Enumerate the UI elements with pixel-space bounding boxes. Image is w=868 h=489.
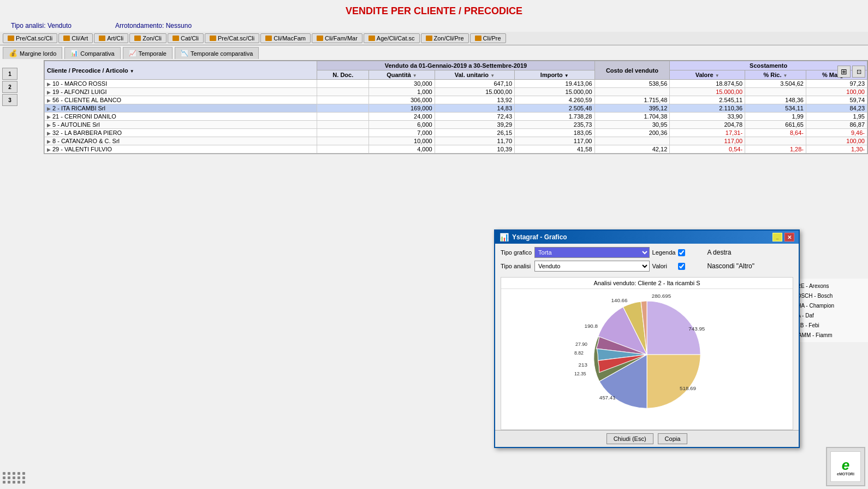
tab-temporale[interactable]: 📈 Temporale	[123, 47, 173, 59]
emotori-inner: e eMOTORI	[830, 451, 861, 482]
tipo-grafico-select[interactable]: Torta	[534, 247, 650, 258]
expand-icon[interactable]: ▶	[47, 139, 51, 144]
line2-icon: 📉	[181, 50, 188, 57]
table-cell: 647,10	[435, 80, 514, 88]
coin-icon: 💰	[9, 49, 17, 57]
left-toolbar: 1 2 3	[0, 66, 22, 154]
table-cell	[317, 145, 369, 154]
table-row[interactable]: ▶29 - VALENTI FULVIO4,00010,3941,5842,12…	[45, 145, 867, 154]
expand-icon[interactable]: ▶	[47, 106, 51, 111]
expand-icon[interactable]: ▶	[47, 147, 51, 152]
dot	[3, 481, 5, 484]
col-cliente-filter[interactable]: ▼	[130, 69, 134, 74]
quantita-sort-icon[interactable]: ▼	[413, 73, 417, 78]
dialog-minimize-button[interactable]: _	[772, 233, 782, 241]
table-cell-name: ▶2 - ITA RICAMBI Srl	[45, 104, 317, 113]
table-cell: 13,92	[435, 96, 514, 104]
table-cell: 33,90	[670, 113, 745, 121]
tipo-analisi-select[interactable]: Venduto	[534, 261, 650, 272]
dialog-title-icon: 📊	[500, 233, 509, 241]
right-tool-1[interactable]: ⊞	[837, 66, 851, 78]
expand-icon[interactable]: ▶	[47, 81, 51, 87]
col-cliente: Cliente / Precodice / Articolo ▼	[45, 61, 317, 80]
table-cell: 661,65	[745, 121, 806, 129]
dot	[8, 472, 10, 475]
info-row: Tipo analisi: Venduto Arrotondamento: Ne…	[0, 20, 868, 32]
tab-cli-art[interactable]: Cli/Art	[58, 33, 93, 43]
tab-zon-cli-pre[interactable]: Zon/Cli/Pre	[421, 33, 469, 43]
toolbar-btn-1[interactable]: 1	[2, 68, 17, 80]
table-cell: 169,000	[369, 104, 435, 113]
val-unitario-sort-icon[interactable]: ▼	[490, 73, 495, 78]
table-row[interactable]: ▶5 - AUTOLINE Srl6,00039,29235,7330,9520…	[45, 121, 867, 129]
table-cell: 59,74	[806, 96, 867, 104]
tab-icon-2	[63, 36, 70, 41]
col-venduto-group: Venduto da 01-Gennaio-2019 a 30-Settembr…	[317, 61, 594, 70]
table-cell: 26,15	[435, 129, 514, 137]
chiudi-button[interactable]: Chiudi (Esc)	[607, 433, 653, 444]
perc-ric-sort-icon[interactable]: ▼	[783, 73, 788, 78]
tab-icon-8	[317, 36, 323, 41]
table-row[interactable]: ▶32 - LA BARBERA PIERO7,00026,15183,0520…	[45, 129, 867, 137]
table-cell-name: ▶56 - CLIENTE AL BANCO	[45, 96, 317, 104]
tab-comparativa[interactable]: 📊 Comparativa	[64, 47, 120, 59]
valori-checkbox[interactable]	[678, 263, 685, 270]
label-213: 213	[579, 362, 588, 368]
copia-button[interactable]: Copia	[658, 433, 688, 444]
table-cell: 39,29	[435, 121, 514, 129]
dot	[17, 472, 20, 475]
dialog-close-button[interactable]: ✕	[784, 233, 794, 241]
tab-cat-cli[interactable]: Cat/Cli	[168, 33, 204, 43]
expand-icon[interactable]: ▶	[47, 131, 51, 136]
table-row[interactable]: ▶21 - CERRONI DANILO24,00072,431.738,281…	[45, 113, 867, 121]
table-cell: 2.110,36	[670, 104, 745, 113]
tab-pre-cat-sc-cli[interactable]: Pre/Cat.sc/Cli	[3, 33, 57, 43]
tipo-analisi-dialog-label: Tipo analisi	[501, 263, 532, 269]
tab-age-cli-cat[interactable]: Age/Cli/Cat.sc	[364, 33, 420, 43]
expand-icon[interactable]: ▶	[47, 90, 51, 95]
tab-margine-lordo[interactable]: 💰 Margine lordo	[3, 47, 62, 59]
dot	[13, 481, 15, 484]
table-cell: 1.715,48	[594, 96, 670, 104]
table-row[interactable]: ▶2 - ITA RICAMBI Srl169,00014,832.505,48…	[45, 104, 867, 113]
tab-margine-lordo-label: Margine lordo	[20, 50, 56, 57]
importo-sort-icon[interactable]: ▼	[564, 73, 569, 78]
tab-cli-macfam[interactable]: Cli/MacFam	[260, 33, 311, 43]
table-cell: 1.704,38	[594, 113, 670, 121]
dot	[3, 472, 5, 475]
tab-art-cli[interactable]: Art/Cli	[94, 33, 128, 43]
tab-icon-10	[426, 36, 432, 41]
table-row[interactable]: ▶8 - CATANZARO & C. Srl10,00011,70117,00…	[45, 137, 867, 145]
table-cell: 2.505,48	[515, 104, 594, 113]
toolbar-btn-2[interactable]: 2	[2, 81, 17, 93]
expand-icon[interactable]: ▶	[47, 114, 51, 120]
legenda-checkbox[interactable]	[678, 249, 685, 256]
tab-comparativa-label: Comparativa	[80, 50, 114, 57]
expand-icon[interactable]: ▶	[47, 98, 51, 103]
table-cell: 9,46-	[806, 129, 867, 137]
expand-icon[interactable]: ▶	[47, 122, 51, 128]
valore-sort-icon[interactable]: ▼	[715, 73, 720, 78]
tab-zon-cli[interactable]: Zon/Cli	[129, 33, 167, 43]
table-cell: 4.260,59	[515, 96, 594, 104]
right-tool-2[interactable]: ⊡	[852, 66, 865, 78]
table-row[interactable]: ▶56 - CLIENTE AL BANCO306,00013,924.260,…	[45, 96, 867, 104]
table-row[interactable]: ▶19 - ALFONZI LUIGI1,00015.000,0015.000,…	[45, 88, 867, 96]
tab-pre-cat-sc-cli-2[interactable]: Pre/Cat.sc/Cli	[205, 33, 259, 43]
pie-chart-svg: 743.95 518.69 457.41 213 190.8 140.66 28…	[560, 289, 734, 420]
tab-label-11: Cli/Pre	[483, 35, 501, 42]
tab-temporale-comparativa[interactable]: 📉 Temporale comparativa	[175, 47, 259, 59]
tab-cli-pre[interactable]: Cli/Pre	[470, 33, 506, 43]
table-cell	[317, 137, 369, 145]
table-cell: 200,36	[594, 129, 670, 137]
table-cell	[594, 137, 670, 145]
emotori-e-icon: e	[842, 458, 849, 472]
table-row[interactable]: ▶10 - MARCO ROSSI30,000647,1019.413,0653…	[45, 80, 867, 88]
tab-cli-fam-mar[interactable]: Cli/Fam/Mar	[312, 33, 362, 43]
dots-pattern	[3, 472, 26, 484]
dot	[13, 476, 15, 479]
tab-icon-6	[210, 36, 216, 41]
toolbar-btn-3[interactable]: 3	[2, 94, 17, 106]
table-cell: 84,23	[806, 104, 867, 113]
table-cell: 11,70	[435, 137, 514, 145]
